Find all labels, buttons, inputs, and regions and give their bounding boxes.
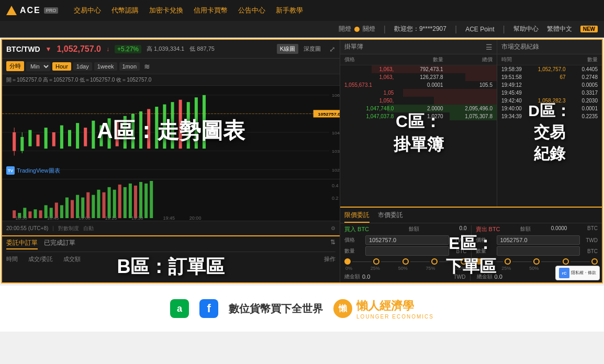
tradingview-label: TV TradingView圖表 <box>6 166 60 175</box>
time-btn-1week[interactable]: 1week <box>94 62 117 71</box>
order-big-label: B區：訂單區 <box>117 254 225 280</box>
list-item: 19:34:39 0.2235 <box>497 112 602 120</box>
limit-order-tab[interactable]: 限價委託 <box>344 211 370 223</box>
ob-col-total: 總價 <box>443 56 493 63</box>
chart-settings-icon[interactable]: ≋ <box>144 62 150 71</box>
svg-text:1040000: 1040000 <box>332 130 340 135</box>
ace-point[interactable]: ACE Point <box>465 26 494 33</box>
ob-col-price: 價格 <box>344 56 394 63</box>
separator: | <box>52 225 54 231</box>
tab-kline[interactable]: K線圖 <box>277 44 298 54</box>
time-controls: 分時 Min Hour 1day 1week 1mon ≋ <box>2 59 340 74</box>
separator: | <box>384 25 386 34</box>
footer-logo-fb[interactable]: f <box>199 299 218 318</box>
trade-history-header: 市場交易紀錄 <box>497 40 602 54</box>
buy-label: 買入 BTC <box>344 225 369 233</box>
settings-icon[interactable]: ⚙ <box>331 225 335 231</box>
time-select-min[interactable]: Min <box>26 62 50 71</box>
col-amount: 成交額 <box>63 255 81 263</box>
ob-col-qty: 數量 <box>394 56 443 63</box>
buy-price-currency: TWD <box>451 237 467 243</box>
trading-pair[interactable]: BTC/TWD <box>6 45 40 53</box>
buy-price-row: 價格 TWD <box>344 235 467 245</box>
sell-slider-dot-25[interactable] <box>505 258 511 265</box>
svg-text:1060000: 1060000 <box>332 93 340 98</box>
table-row: 1,063, 126,237.8 <box>340 73 497 81</box>
language-selector[interactable]: 繁體中文 <box>547 25 572 33</box>
buy-total-label: 總金額 <box>344 273 360 280</box>
nav-tutorial[interactable]: 新手教學 <box>276 6 303 15</box>
svg-text:20:00: 20:00 <box>189 215 202 221</box>
slider-dot-0[interactable] <box>344 258 351 265</box>
sell-header: 賣出 BTC 餘額 0.0000 BTC <box>476 225 598 233</box>
slider-dot-100[interactable] <box>461 258 467 265</box>
buy-price-input[interactable] <box>365 235 449 245</box>
right-top: 掛單簿 ☰ 價格 數量 總價 1,063, 792,473.1 <box>340 40 602 208</box>
svg-rect-19 <box>68 130 71 146</box>
nav-credit-card[interactable]: 信用卡買幣 <box>194 6 228 15</box>
sell-slider-dot-0[interactable] <box>476 258 482 265</box>
sell-slider-dot-50[interactable] <box>533 258 540 265</box>
footer-slogan: 數位貨幣買下全世界 <box>229 302 323 316</box>
list-item: 19:58:39 1,052,757.0 0.4405 <box>497 65 602 73</box>
close-label[interactable]: 關燈 <box>363 25 375 33</box>
low-info: 低 887,75 <box>189 45 215 53</box>
toggle-group: 開燈 關燈 <box>339 25 375 33</box>
slider-line <box>439 261 458 262</box>
nav-card-exchange[interactable]: 加密卡兌換 <box>149 6 183 15</box>
help-center[interactable]: 幫助中心 <box>513 25 539 33</box>
time-btn-hour[interactable]: Hour <box>52 62 71 71</box>
buy-header: 買入 BTC 餘額 0.0 <box>344 225 467 233</box>
chart-header: BTC/TWD ▼ 1,052,757.0 ↓ +5.27% 高 1,039,3… <box>2 40 340 59</box>
buy-total-currency: TWD <box>454 274 466 280</box>
time-btn-1day[interactable]: 1day <box>73 62 92 71</box>
logo-area: ACE PRO <box>6 6 58 15</box>
right-panel: 掛單簿 ☰ 價格 數量 總價 1,063, 792,473.1 <box>340 40 602 282</box>
sell-balance-currency: BTC <box>587 225 598 233</box>
sell-balance-val: 0.0000 <box>551 225 567 233</box>
svg-text:1052757.0: 1052757.0 <box>318 111 340 116</box>
tv-icon: TV <box>6 166 15 175</box>
open-label[interactable]: 開燈 <box>339 25 351 33</box>
high-info: 高 1,039,334.1 <box>147 45 184 53</box>
svg-rect-51 <box>60 205 63 218</box>
svg-rect-35 <box>195 97 198 149</box>
nav-announcement[interactable]: 公告中心 <box>238 6 265 15</box>
price-change: +5.27% <box>115 45 141 53</box>
market-order-tab[interactable]: 市價委託 <box>378 211 403 223</box>
current-price: 1,052,757.0 <box>57 44 101 54</box>
time-btn-fenshi[interactable]: 分時 <box>6 61 24 71</box>
separator2: | <box>455 25 457 34</box>
completed-orders-tab[interactable]: 已完成訂單 <box>44 238 75 249</box>
nav-trading[interactable]: 交易中心 <box>74 6 101 15</box>
filter-icon[interactable]: ⇅ <box>330 238 335 249</box>
sell-price-input[interactable] <box>497 235 580 245</box>
buy-qty-input[interactable] <box>365 246 449 256</box>
orderbook-menu[interactable]: ☰ <box>486 43 493 51</box>
svg-rect-58 <box>97 190 100 218</box>
sell-qty-row: 數量 BTC <box>476 246 598 256</box>
svg-rect-34 <box>187 102 190 149</box>
sell-qty-label: 數量 <box>476 247 495 255</box>
svg-text:1030000: 1030000 <box>332 149 340 154</box>
auto-scale[interactable]: 自動 <box>83 225 94 232</box>
slider-line <box>352 261 372 262</box>
tab-depth[interactable]: 深度圖 <box>300 44 324 54</box>
welcome-text: 歡迎您：9****2907 <box>394 25 446 33</box>
time-btn-1mon[interactable]: 1mon <box>119 62 140 71</box>
sell-slider-dot-75[interactable] <box>563 258 569 265</box>
pending-orders-tab[interactable]: 委託中訂單 <box>6 238 38 249</box>
trade-history-rows: 19:58:39 1,052,757.0 0.4405 19:51:58 67 … <box>497 65 602 207</box>
sell-slider-dot-100[interactable] <box>591 258 598 265</box>
footer-logo-ac[interactable]: a <box>170 299 189 318</box>
buy-side: 買入 BTC 餘額 0.0 價格 TWD 數量 BTC <box>344 225 467 271</box>
svg-rect-17 <box>52 132 55 146</box>
sell-qty-input[interactable] <box>497 246 580 256</box>
log-scale[interactable]: 對數制度 <box>58 225 79 232</box>
slider-dot-75[interactable] <box>431 258 438 265</box>
expand-icon[interactable]: ⤢ <box>329 45 335 53</box>
nav-token[interactable]: 代幣認購 <box>111 6 139 15</box>
slider-dot-50[interactable] <box>402 258 409 265</box>
slider-dot-25[interactable] <box>373 258 379 265</box>
svg-rect-27 <box>131 113 135 149</box>
